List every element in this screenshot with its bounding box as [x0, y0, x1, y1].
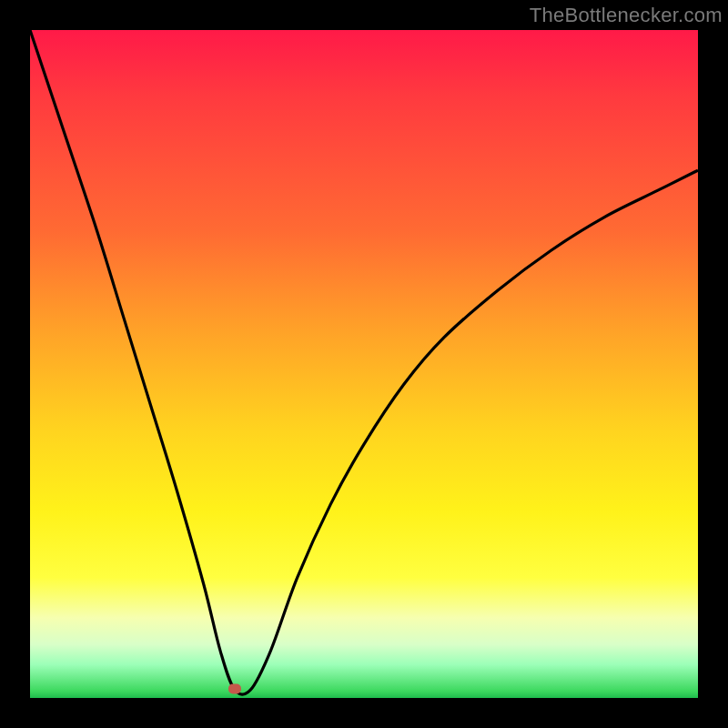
bottleneck-curve: [30, 30, 698, 698]
plot-area: [30, 30, 698, 698]
optimal-point-marker: [228, 684, 241, 694]
chart-frame: TheBottlenecker.com: [0, 0, 728, 728]
watermark-text: TheBottlenecker.com: [530, 4, 723, 27]
